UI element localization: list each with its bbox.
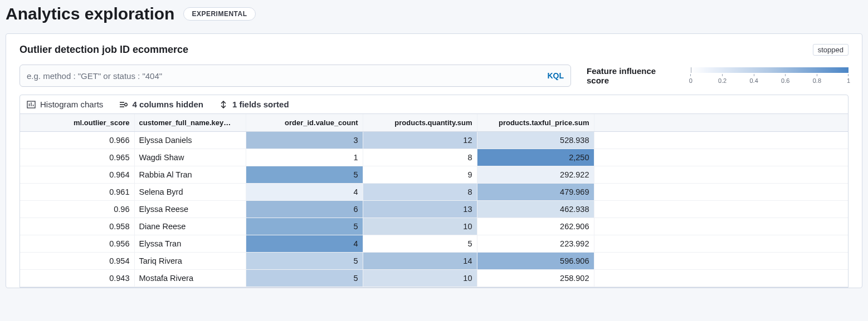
cell-filler [594, 235, 848, 253]
results-table: ml.outlier_score customer_full_name.key…… [20, 114, 848, 287]
search-input[interactable] [27, 71, 547, 81]
cell-order: 6 [246, 201, 363, 218]
legend-gradient: 00.20.40.60.81 [691, 67, 849, 84]
hidden-columns-label: 4 columns hidden [132, 100, 203, 109]
cell-filler [594, 149, 848, 166]
cell-price: 258.902 [477, 270, 594, 287]
column-header-score[interactable]: ml.outlier_score [20, 114, 134, 132]
search-bar[interactable]: KQL [19, 65, 571, 87]
cell-qty: 9 [363, 166, 477, 184]
table-row[interactable]: 0.958Diane Reese510262.906 [20, 218, 848, 235]
cell-filler [594, 166, 848, 184]
histogram-charts-label: Histogram charts [40, 100, 103, 109]
cell-order: 5 [246, 166, 363, 184]
cell-qty: 8 [363, 184, 477, 201]
table-row[interactable]: 0.965Wagdi Shaw182,250 [20, 149, 848, 166]
hidden-columns-button[interactable]: 4 columns hidden [119, 100, 203, 109]
results-table-container: Histogram charts 4 columns hidden [19, 95, 849, 288]
cell-name: Tariq Rivera [134, 253, 246, 270]
table-row[interactable]: 0.964Rabbia Al Tran59292.922 [20, 166, 848, 184]
cell-name: Diane Reese [134, 218, 246, 235]
query-language-toggle[interactable]: KQL [547, 71, 564, 80]
cell-filler [594, 184, 848, 201]
results-panel: Outlier detection job ID ecommerce stopp… [6, 33, 862, 288]
cell-order: 5 [246, 253, 363, 270]
table-row[interactable]: 0.966Elyssa Daniels312528.938 [20, 132, 848, 149]
cell-score: 0.961 [20, 184, 134, 201]
sort-icon [219, 100, 228, 109]
job-status-badge: stopped [813, 44, 849, 56]
columns-icon [119, 100, 128, 109]
cell-score: 0.958 [20, 218, 134, 235]
cell-qty: 12 [363, 132, 477, 149]
cell-order: 1 [246, 149, 363, 166]
cell-filler [594, 270, 848, 287]
cell-price: 596.906 [477, 253, 594, 270]
experimental-badge: EXPERIMENTAL [183, 7, 255, 21]
cell-order: 3 [246, 132, 363, 149]
cell-price: 528.938 [477, 132, 594, 149]
cell-order: 5 [246, 270, 363, 287]
cell-name: Elyssa Daniels [134, 132, 246, 149]
column-header-name[interactable]: customer_full_name.key… [134, 114, 246, 132]
panel-title: Outlier detection job ID ecommerce [19, 44, 188, 56]
cell-qty: 8 [363, 149, 477, 166]
cell-name: Rabbia Al Tran [134, 166, 246, 184]
cell-qty: 10 [363, 218, 477, 235]
cell-filler [594, 253, 848, 270]
sorted-fields-button[interactable]: 1 fields sorted [219, 100, 289, 109]
cell-price: 479.969 [477, 184, 594, 201]
cell-order: 5 [246, 218, 363, 235]
page-title: Analytics exploration [6, 4, 174, 23]
cell-filler [594, 132, 848, 149]
cell-score: 0.956 [20, 235, 134, 253]
cell-name: Elyssa Tran [134, 235, 246, 253]
column-header-price[interactable]: products.taxful_price.sum [477, 114, 594, 132]
table-row[interactable]: 0.954Tariq Rivera514596.906 [20, 253, 848, 270]
table-row[interactable]: 0.961Selena Byrd48479.969 [20, 184, 848, 201]
cell-price: 262.906 [477, 218, 594, 235]
cell-filler [594, 218, 848, 235]
cell-score: 0.943 [20, 270, 134, 287]
cell-name: Elyssa Reese [134, 201, 246, 218]
table-row[interactable]: 0.96Elyssa Reese613462.938 [20, 201, 848, 218]
cell-score: 0.965 [20, 149, 134, 166]
cell-qty: 14 [363, 253, 477, 270]
cell-qty: 5 [363, 235, 477, 253]
cell-order: 4 [246, 235, 363, 253]
cell-name: Wagdi Shaw [134, 149, 246, 166]
cell-order: 4 [246, 184, 363, 201]
cell-score: 0.954 [20, 253, 134, 270]
table-row[interactable]: 0.956Elyssa Tran45223.992 [20, 235, 848, 253]
column-header-order[interactable]: order_id.value_count [246, 114, 363, 132]
column-header-filler [594, 114, 848, 132]
cell-price: 223.992 [477, 235, 594, 253]
cell-score: 0.964 [20, 166, 134, 184]
cell-qty: 10 [363, 270, 477, 287]
legend-label: Feature influence score [587, 66, 675, 85]
bar-chart-icon [27, 100, 36, 109]
sorted-fields-label: 1 fields sorted [232, 100, 289, 109]
column-header-qty[interactable]: products.quantity.sum [363, 114, 477, 132]
cell-filler [594, 201, 848, 218]
cell-name: Mostafa Rivera [134, 270, 246, 287]
cell-name: Selena Byrd [134, 184, 246, 201]
cell-price: 462.938 [477, 201, 594, 218]
svg-point-7 [125, 103, 128, 106]
table-row[interactable]: 0.943Mostafa Rivera510258.902 [20, 270, 848, 287]
cell-score: 0.966 [20, 132, 134, 149]
cell-price: 292.922 [477, 166, 594, 184]
histogram-charts-toggle[interactable]: Histogram charts [27, 100, 103, 109]
cell-score: 0.96 [20, 201, 134, 218]
cell-qty: 13 [363, 201, 477, 218]
cell-price: 2,250 [477, 149, 594, 166]
